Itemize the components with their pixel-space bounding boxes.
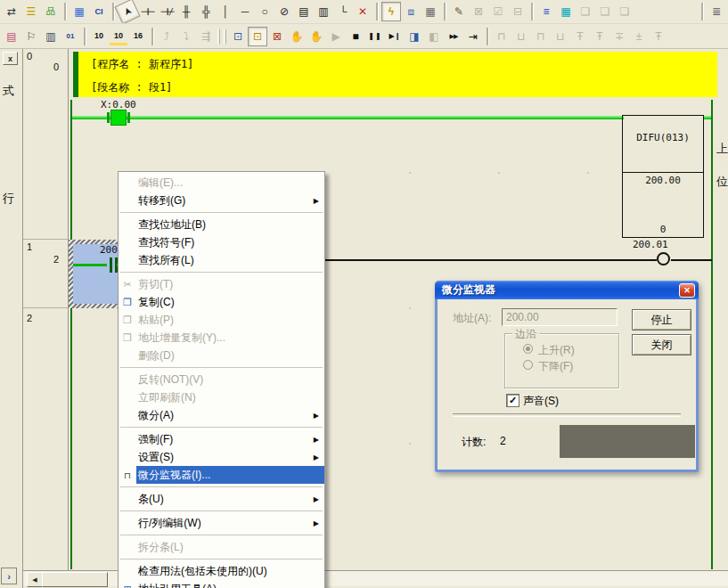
window-3-icon[interactable]: ❏ [615,2,634,21]
menu-item[interactable]: 查找所有(L) [119,251,324,269]
menu-item[interactable]: ✂ 剪切(T) [119,275,324,293]
stop-icon[interactable]: ■ [346,27,365,46]
window-2-icon[interactable]: ❏ [595,2,615,21]
menu-item[interactable]: ⊞ 地址引用工具(A) [119,580,324,588]
mnemonic-list-icon[interactable]: ☰ [21,2,41,21]
transfer-plc-icon[interactable]: ⧈ [401,2,421,21]
menu-item[interactable]: 检查用法(包括未使用的)(U) [119,562,324,580]
plc-device-icon[interactable]: ▤ [2,27,21,46]
confirm-edit-icon[interactable]: ☑ [488,2,508,21]
set-value-3-icon[interactable]: ∓ [609,27,629,46]
menu-item[interactable]: 查找位地址(B) [119,216,324,233]
io-grid-icon[interactable]: ▦ [556,2,576,21]
menu-item[interactable]: 转移到(G) ▶ [119,192,324,209]
menu-item[interactable]: 查找符号(F) [119,233,324,251]
menu-item[interactable]: 编辑(E)... [119,174,324,192]
step-into-icon[interactable]: ◨ [405,27,424,46]
pulse-1-icon[interactable]: ⊓ [492,27,511,46]
instruction-box-icon[interactable]: ▥ [314,2,333,21]
menu-item[interactable]: 强制(F) ▶ [119,430,324,448]
window-1-icon[interactable]: ❏ [576,2,595,21]
cancel-edit-icon[interactable]: ⊠ [469,2,488,21]
decimal-monitor-icon[interactable]: 10 [89,27,109,46]
rising-radio[interactable] [523,344,533,354]
to-end-icon[interactable]: ⇥ [463,27,483,46]
go-prev-icon[interactable]: ⤴ [157,27,176,46]
go-next-icon[interactable]: ⤵ [176,27,196,46]
output-coil[interactable] [657,252,670,265]
ci-icon[interactable]: CI [89,2,109,21]
stop-button[interactable]: 停止 [632,309,691,331]
ladder-cursor-contact[interactable] [110,110,127,126]
menu-item[interactable]: 立即刷新(N) [119,388,324,406]
work-online-icon[interactable]: ϟ [381,2,401,21]
menu-item[interactable]: 设置(S) ▶ [119,448,324,466]
set-value-4-icon[interactable]: ± [629,27,649,46]
set-value-2-icon[interactable]: Ŧ [590,27,609,46]
close-button[interactable]: 关闭 [632,334,691,355]
pulse-3-icon[interactable]: ⊓ [531,27,551,46]
step-icon[interactable]: ▶❙ [385,27,405,46]
new-instruction-icon[interactable]: ▤ [294,2,314,21]
pause-icon[interactable]: ❚❚ [365,27,385,46]
horizontal-line-icon[interactable]: ─ [235,2,255,21]
new-or-contact-icon[interactable]: ╫ [176,2,196,21]
close-icon[interactable]: ✕ [679,283,695,298]
monitor-icon[interactable]: ⊡ [228,27,248,46]
new-closed-coil-icon[interactable]: ⊘ [274,2,294,21]
page-flag-icon[interactable]: ⚐ [21,27,41,46]
address-field[interactable]: 200.00 [502,308,618,326]
new-closed-or-contact-icon[interactable]: ╬ [196,2,216,21]
menu-item-icon: ❒ [119,332,136,344]
force-cancel-icon[interactable]: ✋ [307,27,326,46]
scroll-left-icon[interactable]: ◀ [27,572,43,587]
online-edit-icon[interactable]: ▦ [421,2,440,21]
menu-item[interactable]: 删除(D) [119,347,324,364]
symbol-tree-icon[interactable]: 品 [41,2,61,21]
falling-radio[interactable] [523,360,533,370]
menu-item-icon: ⊞ [119,584,136,588]
binary-window-icon[interactable]: 01 [61,27,80,46]
new-closed-contact-icon[interactable]: ⊣⊬ [157,2,176,21]
menu-item[interactable]: ❒ 粘贴(P) [119,311,324,329]
set-value-1-icon[interactable]: Ŧ [570,27,590,46]
menu-item[interactable]: 拆分条(L) [119,538,324,556]
stop-monitor-icon[interactable]: ⊠ [267,27,287,46]
block-end-icon[interactable]: └ [333,2,353,21]
sma-table-icon[interactable]: ▦ [70,2,89,21]
clipped-right-icon[interactable]: ≣ [707,2,726,21]
sound-checkbox[interactable]: ✓ [506,394,519,407]
difu-instruction-block[interactable]: DIFU(013) 200.00 0 [622,115,704,238]
watch-list-icon[interactable]: ≡ [536,2,556,21]
monitor-hold-icon[interactable]: ⊡ [248,27,267,46]
new-coil-icon[interactable]: ○ [255,2,274,21]
menu-item[interactable]: ❐ 复制(C) [119,293,324,311]
menu-item[interactable]: 条(U) ▶ [119,490,324,508]
menu-item[interactable]: ❒ 地址增量复制(Y)... [119,329,324,347]
scrollbar-thumb[interactable] [42,572,108,587]
set-value-5-icon[interactable]: Ŧ [649,27,668,46]
menu-item[interactable]: 微分(A) ▶ [119,406,324,424]
menu-item[interactable]: ⊓ 微分监视器(I)... [119,466,324,484]
new-contact-icon[interactable]: ⊣⊢ [137,2,157,21]
fast-forward-icon[interactable]: ▶▶ [444,27,463,46]
vertical-line-icon[interactable]: │ [216,2,235,21]
step-over-icon[interactable]: ◧ [424,27,444,46]
expand-panel-button[interactable]: › [1,568,17,584]
delete-line-icon[interactable]: ✕ [353,2,372,21]
menu-item[interactable]: 行/列编辑(W) ▶ [119,514,324,532]
close-icon[interactable]: x [3,52,18,65]
signed-decimal-icon[interactable]: 10 [109,27,128,46]
pulse-2-icon[interactable]: ⊔ [511,27,531,46]
dialog-window-icon[interactable]: ▥ [41,27,61,46]
force-set-icon[interactable]: ✋ [287,27,307,46]
go-multi-icon[interactable]: ⇶ [196,27,216,46]
remove-edit-icon[interactable]: ⊟ [508,2,528,21]
hex-monitor-icon[interactable]: 16 [128,27,148,46]
edit-rung-comment-icon[interactable]: ✎ [449,2,469,21]
ladder-grid-icon[interactable]: ⇄ [2,2,21,21]
pulse-4-icon[interactable]: ⊔ [551,27,570,46]
run-icon[interactable]: ▶ [326,27,346,46]
menu-item[interactable]: 反转(NOT)(V) [119,371,324,388]
dialog-titlebar[interactable]: 微分监视器 ✕ [435,281,699,299]
